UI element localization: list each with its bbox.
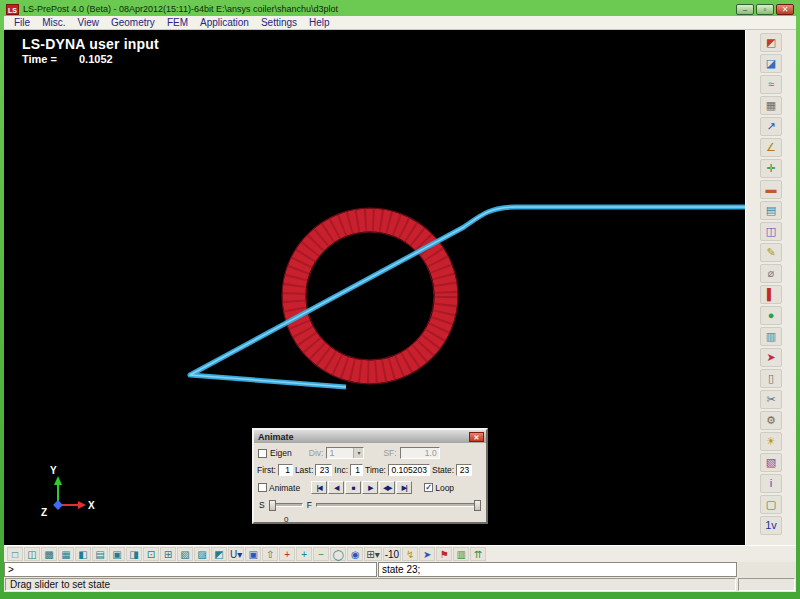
angle-icon[interactable]: ∠	[760, 138, 782, 157]
axis-z-label: Z	[41, 507, 47, 518]
outline-cube-icon[interactable]: ⊞	[160, 547, 176, 561]
close-button[interactable]: ✕	[776, 4, 794, 15]
menu-help[interactable]: Help	[303, 16, 336, 29]
animate-dialog-titlebar[interactable]: Animate ✕	[254, 430, 486, 443]
state-slider-track[interactable]	[316, 503, 481, 507]
texture-palette-icon[interactable]: ▧	[760, 453, 782, 472]
report-doc-icon[interactable]: ▯	[760, 369, 782, 388]
strip-band-geometry	[190, 207, 745, 387]
view-cube-icon[interactable]: ◩	[760, 33, 782, 52]
eigen-checkbox[interactable]	[258, 449, 267, 458]
sort-up-icon[interactable]: ⇈	[470, 547, 486, 561]
add-plus-red-icon[interactable]: +	[279, 547, 295, 561]
bottom-toolbar: □ ◫ ▩ ▦ ◧ ▤ ▣ ◨ ⊡ ⊞ ▧ ▨ ◩ U▾ ▣ ⇧	[4, 545, 796, 562]
wireframe-cube-icon[interactable]: □	[7, 547, 23, 561]
first-state-button[interactable]: |◀	[311, 481, 327, 494]
shaded-edges-cube-icon[interactable]: ▦	[58, 547, 74, 561]
state-command-input[interactable]	[378, 562, 737, 577]
center-circle-icon[interactable]: ◯	[330, 547, 346, 561]
status-side-panel	[738, 578, 795, 591]
play-button[interactable]: ▶	[362, 481, 378, 494]
speed-slider-thumb[interactable]	[269, 500, 276, 511]
inc-field[interactable]	[350, 464, 363, 476]
u-displacement-icon[interactable]: U▾	[228, 547, 244, 561]
mesh-lines-cube-icon[interactable]: ▤	[92, 547, 108, 561]
rotate-angle-label[interactable]: -10	[383, 547, 401, 561]
light-source-icon[interactable]: ☀	[760, 432, 782, 451]
section-plane-icon[interactable]: ▬	[760, 180, 782, 199]
loop-label: Loop	[435, 483, 454, 493]
edge-only-cube-icon[interactable]: ▨	[194, 547, 210, 561]
grid-dropdown-icon[interactable]: ⊞▾	[364, 547, 381, 561]
history-bar-icon[interactable]: ▌	[760, 285, 782, 304]
menu-file[interactable]: File	[8, 16, 36, 29]
previous-state-button[interactable]: ◀	[328, 481, 344, 494]
measure-diameter-icon[interactable]: ⌀	[760, 264, 782, 283]
hidden-line-cube-icon[interactable]: ◫	[24, 547, 40, 561]
remove-minus-green-icon[interactable]: −	[313, 547, 329, 561]
cut-section-icon[interactable]: ✂	[760, 390, 782, 409]
first-field[interactable]	[278, 464, 293, 476]
chevron-down-icon: ▾	[353, 448, 363, 458]
render-cube-icon[interactable]: ◪	[760, 54, 782, 73]
lightning-icon[interactable]: ↯	[402, 547, 418, 561]
transparent-cube-icon[interactable]: ▧	[177, 547, 193, 561]
annotate-pencil-icon[interactable]: ✎	[760, 243, 782, 262]
axes-target-icon[interactable]: ✛	[760, 159, 782, 178]
animate-dialog-title: Animate	[258, 432, 294, 442]
info-icon[interactable]: i	[760, 474, 782, 493]
shaded-cube-icon[interactable]: ▩	[41, 547, 57, 561]
histogram-icon[interactable]: ▥	[453, 547, 469, 561]
globe-icon[interactable]: ◉	[347, 547, 363, 561]
minimize-button[interactable]: –	[736, 4, 754, 15]
oscillate-button[interactable]: ◀▶	[379, 481, 395, 494]
flag-icon[interactable]: ⚑	[436, 547, 452, 561]
window-controls: – ▫ ✕	[736, 4, 794, 15]
menu-misc[interactable]: Misc.	[36, 16, 71, 29]
menu-application[interactable]: Application	[194, 16, 255, 29]
settings-gear-icon[interactable]: ⚙	[760, 411, 782, 430]
animate-checkbox[interactable]	[258, 483, 267, 492]
thick-shell-cube-icon[interactable]: ◨	[126, 547, 142, 561]
main-area: Y X Z LS-DYNA user input Time =0.1052 An…	[4, 30, 796, 545]
data-table-icon[interactable]: ▥	[760, 327, 782, 346]
menu-fem[interactable]: FEM	[161, 16, 194, 29]
node-points-cube-icon[interactable]: ⊡	[143, 547, 159, 561]
menu-settings[interactable]: Settings	[255, 16, 303, 29]
shift-ctrl-hint-icon[interactable]: ⇧	[262, 547, 278, 561]
state-slider-thumb[interactable]	[474, 500, 481, 511]
pointer-arrow-icon[interactable]: ➤	[419, 547, 435, 561]
part-color-cube-icon[interactable]: ◩	[211, 547, 227, 561]
last-state-button[interactable]: ▶|	[396, 481, 412, 494]
dlg-time-field[interactable]	[388, 464, 430, 476]
graphics-viewport[interactable]: Y X Z LS-DYNA user input Time =0.1052 An…	[4, 30, 745, 545]
feature-edge-cube-icon[interactable]: ◧	[75, 547, 91, 561]
active-window-icon[interactable]: ▣	[245, 547, 261, 561]
maximize-button[interactable]: ▫	[756, 4, 774, 15]
command-prompt-input[interactable]	[4, 562, 377, 577]
speed-slider-track[interactable]	[269, 503, 303, 507]
split-window-icon[interactable]: ◫	[760, 222, 782, 241]
last-field[interactable]	[315, 464, 332, 476]
multi-view-icon[interactable]: ▢	[760, 495, 782, 514]
particle-trace-icon[interactable]: ➤	[760, 348, 782, 367]
animate-label: Animate	[269, 483, 300, 493]
vector-arrow-icon[interactable]: ↗	[760, 117, 782, 136]
shrink-cube-icon[interactable]: ▣	[109, 547, 125, 561]
add-plus-teal-icon[interactable]: +	[296, 547, 312, 561]
command-row-filler	[738, 562, 796, 577]
sphere-icon[interactable]: ●	[760, 306, 782, 325]
time-readout: Time =0.1052	[22, 53, 113, 65]
dialog-close-icon[interactable]: ✕	[469, 432, 484, 442]
one-view-icon[interactable]: 1v	[760, 516, 782, 535]
menu-view[interactable]: View	[71, 16, 105, 29]
loop-checkbox[interactable]: ✓	[424, 483, 433, 492]
mesh-grid-icon[interactable]: ▦	[760, 96, 782, 115]
xy-plot-icon[interactable]: ≈	[760, 75, 782, 94]
title-bar[interactable]: LS LS-PrePost 4.0 (Beta) - 08Apr2012(15:…	[4, 2, 796, 16]
stop-button[interactable]: ■	[345, 481, 361, 494]
menu-geometry[interactable]: Geometry	[105, 16, 161, 29]
fringe-bands-icon[interactable]: ▤	[760, 201, 782, 220]
right-toolbar: ◩ ◪ ≈ ▦ ↗ ∠ ✛ ▬ ▤ ◫ ✎ ⌀	[745, 30, 796, 545]
state-field[interactable]	[456, 464, 472, 476]
